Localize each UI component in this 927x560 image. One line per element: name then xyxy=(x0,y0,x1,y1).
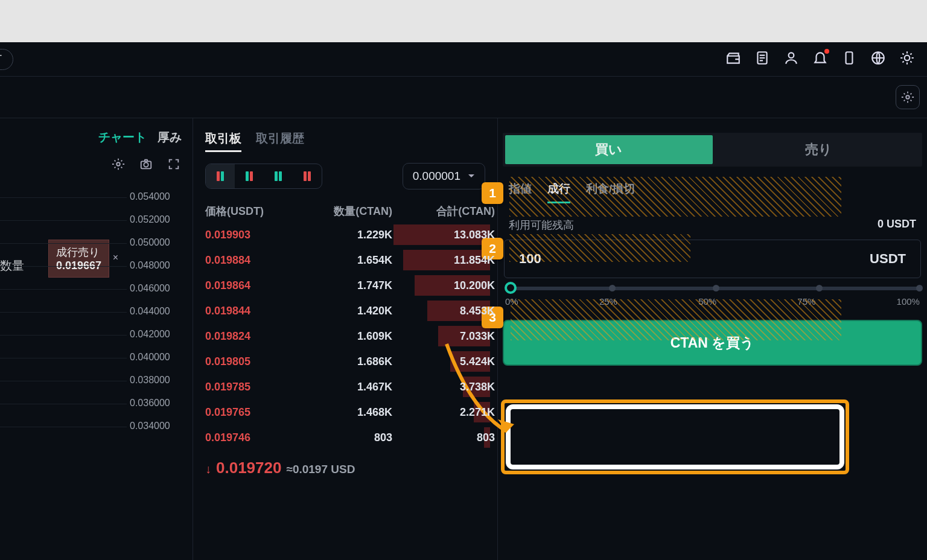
orderbook-row[interactable]: 0.0198441.420K8.453K xyxy=(193,298,497,323)
slider-handle[interactable] xyxy=(505,282,517,294)
order-type-tabs: 指値 成行 利食/損切 xyxy=(503,167,922,203)
theme-icon[interactable] xyxy=(899,50,915,68)
price-tick: 0.052000 xyxy=(130,208,190,231)
orderbook-total: 3.738K xyxy=(392,378,495,396)
amount-input[interactable]: 100 USDT xyxy=(504,240,921,278)
orderbook-row[interactable]: 0.0198641.747K10.200K xyxy=(193,273,497,298)
chart-tooltip: 成行売り 0.019667 × xyxy=(48,240,109,278)
precision-select[interactable]: 0.000001 xyxy=(403,163,485,189)
orderbook-qty: 1.747K xyxy=(302,276,392,294)
tab-orderbook[interactable]: 取引板 xyxy=(205,130,241,152)
globe-icon[interactable] xyxy=(870,50,886,68)
orderbook-price: 0.019746 xyxy=(205,428,302,447)
slider-label: 25% xyxy=(599,296,617,307)
slider-label: 50% xyxy=(698,296,716,307)
view-both-button[interactable] xyxy=(206,164,235,188)
sell-tab[interactable]: 売り xyxy=(715,133,923,167)
price-tick: 0.054000 xyxy=(130,185,190,208)
close-icon[interactable]: × xyxy=(113,252,118,263)
buy-submit-button[interactable]: CTAN を買う xyxy=(503,320,922,366)
price-tick: 0.046000 xyxy=(130,277,190,300)
orderbook-total: 10.200K xyxy=(392,276,495,294)
amount-slider[interactable]: 0%25%50%75%100% xyxy=(503,287,922,314)
price-tick: 0.042000 xyxy=(130,323,190,346)
last-price-usd: ≈0.0197 USD xyxy=(286,463,355,476)
svg-point-5 xyxy=(906,95,909,99)
orderbook-row[interactable]: 0.0199031.229K13.083K xyxy=(193,222,497,247)
chart-settings-icon[interactable] xyxy=(112,158,125,173)
view-bids-button[interactable] xyxy=(264,164,293,188)
tab-trade-history[interactable]: 取引履歴 xyxy=(256,130,304,152)
amount-value: 100 xyxy=(519,251,541,267)
wallet-icon[interactable] xyxy=(725,50,741,68)
balance-value: 0 USDT xyxy=(878,218,916,232)
bell-icon[interactable] xyxy=(812,50,828,68)
orderbook-row[interactable]: 0.019746803803 xyxy=(193,425,497,450)
svg-point-1 xyxy=(789,52,794,58)
header-total: 合計(CTAN) xyxy=(392,204,495,218)
orderbook-qty: 1.686K xyxy=(302,352,392,371)
tooltip-title: 成行売り xyxy=(56,245,101,259)
tab-tpsl[interactable]: 利食/損切 xyxy=(586,181,635,203)
tab-market[interactable]: 成行 xyxy=(547,181,570,203)
price-tick: 0.034000 xyxy=(130,415,190,438)
buy-sell-tabs: 買い 売り xyxy=(503,133,922,167)
slider-label: 0% xyxy=(505,296,518,307)
price-down-icon: ↓ xyxy=(205,462,211,476)
orders-icon[interactable] xyxy=(754,50,770,68)
tab-limit[interactable]: 指値 xyxy=(509,181,532,203)
view-asks-button[interactable] xyxy=(293,164,322,188)
orderbook-row[interactable]: 0.0198241.609K7.033K xyxy=(193,323,497,349)
slider-label: 100% xyxy=(897,296,920,307)
price-tick: 0.048000 xyxy=(130,254,190,277)
account-icon[interactable] xyxy=(783,50,799,68)
orderbook-row[interactable]: 0.0197651.468K2.271K xyxy=(193,399,497,425)
orderbook-total: 2.271K xyxy=(392,403,495,421)
price-tick: 0.044000 xyxy=(130,300,190,323)
orderbook-price: 0.019903 xyxy=(205,226,302,244)
orderbook-qty: 1.420K xyxy=(302,302,392,320)
view-both-alt-button[interactable] xyxy=(235,164,264,188)
chevron-down-icon xyxy=(468,174,475,179)
price-tick: 0.038000 xyxy=(130,369,190,392)
balance-row: 利用可能残高 0 USDT xyxy=(503,203,922,238)
tab-depth[interactable]: 厚み xyxy=(158,129,182,145)
orderbook-total: 8.453K xyxy=(392,302,495,320)
svg-point-4 xyxy=(905,56,910,61)
orderbook-price: 0.019765 xyxy=(205,403,302,421)
orderbook-view-buttons xyxy=(205,164,322,189)
trade-panel: 買い 売り 指値 成行 利食/損切 利用可能残高 0 USDT 100 USDT xyxy=(498,118,927,560)
orderbook-total: 803 xyxy=(392,428,495,447)
pair-label: DT xyxy=(0,53,2,65)
orderbook-total: 7.033K xyxy=(392,327,495,345)
fullscreen-icon[interactable] xyxy=(167,158,180,173)
precision-value: 0.000001 xyxy=(413,170,460,183)
tab-chart[interactable]: チャート xyxy=(98,129,147,145)
buy-tab[interactable]: 買い xyxy=(505,135,713,164)
settings-button[interactable] xyxy=(896,85,920,109)
orderbook-price: 0.019824 xyxy=(205,327,302,345)
orderbook-row[interactable]: 0.0198051.686K5.424K xyxy=(193,349,497,374)
orderbook-price: 0.019884 xyxy=(205,251,302,269)
price-tick: 0.040000 xyxy=(130,346,190,369)
sub-header xyxy=(0,76,927,118)
topbar-icons xyxy=(725,50,921,68)
orderbook-qty: 1.609K xyxy=(302,327,392,345)
pair-selector[interactable]: DT xyxy=(0,49,13,70)
orderbook-price: 0.019844 xyxy=(205,302,302,320)
header-price: 価格(USDT) xyxy=(205,204,302,218)
amount-unit: USDT xyxy=(870,251,906,267)
orderbook-price: 0.019785 xyxy=(205,378,302,396)
orderbook-qty: 1.467K xyxy=(302,378,392,396)
orderbook-qty: 803 xyxy=(302,428,392,447)
orderbook-price: 0.019805 xyxy=(205,352,302,371)
orderbook-row[interactable]: 0.0198841.654K11.854K xyxy=(193,247,497,273)
svg-point-8 xyxy=(144,162,148,167)
price-tick: 0.050000 xyxy=(130,231,190,254)
balance-label: 利用可能残高 xyxy=(509,218,574,232)
camera-icon[interactable] xyxy=(139,158,153,173)
mobile-icon[interactable] xyxy=(841,50,857,68)
header-qty: 数量(CTAN) xyxy=(302,204,392,218)
orderbook-total: 11.854K xyxy=(392,251,495,269)
orderbook-row[interactable]: 0.0197851.467K3.738K xyxy=(193,374,497,399)
